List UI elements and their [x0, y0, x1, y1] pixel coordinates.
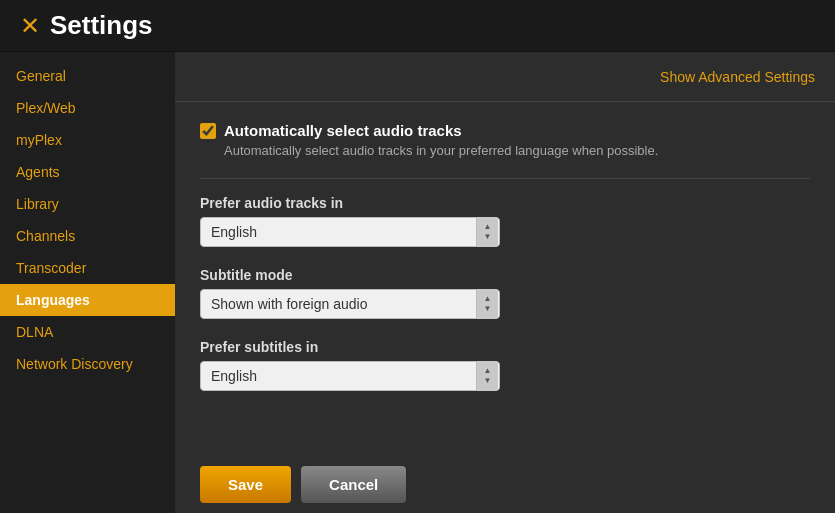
sidebar-item-channels[interactable]: Channels — [0, 220, 175, 252]
auto-select-description: Automatically select audio tracks in you… — [224, 143, 810, 158]
subtitle-mode-label: Subtitle mode — [200, 267, 810, 283]
action-buttons: Save Cancel — [175, 456, 835, 513]
main-layout: GeneralPlex/WebmyPlexAgentsLibraryChanne… — [0, 52, 835, 513]
divider — [200, 178, 810, 179]
prefer-subtitles-label: Prefer subtitles in — [200, 339, 810, 355]
auto-select-checkbox[interactable] — [200, 123, 216, 139]
subtitle-mode-select[interactable]: Shown with foreign audioAlways enabledAl… — [200, 289, 500, 319]
settings-icon: ✕ — [20, 12, 40, 40]
subtitle-mode-row: Subtitle mode Shown with foreign audioAl… — [200, 267, 810, 319]
prefer-subtitles-wrapper: EnglishFrenchGermanSpanishJapaneseNone — [200, 361, 500, 391]
prefer-subtitles-row: Prefer subtitles in EnglishFrenchGermanS… — [200, 339, 810, 391]
sidebar-item-myplex[interactable]: myPlex — [0, 124, 175, 156]
app-header: ✕ Settings — [0, 0, 835, 52]
sidebar: GeneralPlex/WebmyPlexAgentsLibraryChanne… — [0, 52, 175, 513]
prefer-audio-label: Prefer audio tracks in — [200, 195, 810, 211]
prefer-audio-select[interactable]: EnglishFrenchGermanSpanishJapaneseNone — [200, 217, 500, 247]
sidebar-item-transcoder[interactable]: Transcoder — [0, 252, 175, 284]
sidebar-item-dlna[interactable]: DLNA — [0, 316, 175, 348]
show-advanced-link[interactable]: Show Advanced Settings — [660, 69, 815, 85]
sidebar-item-plex-web[interactable]: Plex/Web — [0, 92, 175, 124]
content-body: Automatically select audio tracks Automa… — [175, 102, 835, 446]
content-header: Show Advanced Settings — [175, 52, 835, 102]
sidebar-item-agents[interactable]: Agents — [0, 156, 175, 188]
sidebar-item-general[interactable]: General — [0, 60, 175, 92]
sidebar-item-library[interactable]: Library — [0, 188, 175, 220]
cancel-button[interactable]: Cancel — [301, 466, 406, 503]
auto-select-row: Automatically select audio tracks — [200, 122, 810, 139]
auto-select-label: Automatically select audio tracks — [224, 122, 462, 139]
sidebar-item-languages[interactable]: Languages — [0, 284, 175, 316]
prefer-audio-wrapper: EnglishFrenchGermanSpanishJapaneseNone — [200, 217, 500, 247]
save-button[interactable]: Save — [200, 466, 291, 503]
prefer-subtitles-select[interactable]: EnglishFrenchGermanSpanishJapaneseNone — [200, 361, 500, 391]
page-title: Settings — [50, 10, 153, 41]
sidebar-item-network-discovery[interactable]: Network Discovery — [0, 348, 175, 380]
content-area: Show Advanced Settings Automatically sel… — [175, 52, 835, 513]
auto-select-audio-section: Automatically select audio tracks Automa… — [200, 122, 810, 158]
prefer-audio-row: Prefer audio tracks in EnglishFrenchGerm… — [200, 195, 810, 247]
subtitle-mode-wrapper: Shown with foreign audioAlways enabledAl… — [200, 289, 500, 319]
